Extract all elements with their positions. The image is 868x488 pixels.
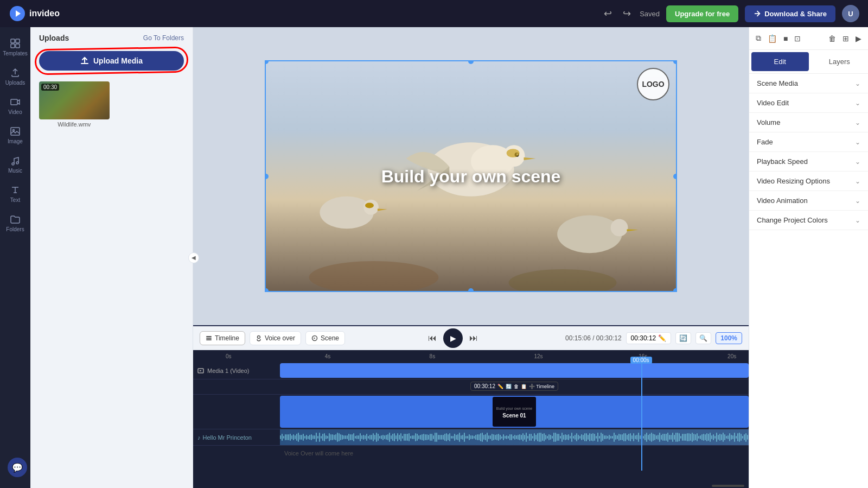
collapse-panel-button[interactable]: ◀	[188, 252, 199, 263]
waveform-bar	[625, 433, 626, 441]
layers-tab[interactable]: Layers	[811, 50, 869, 73]
waveform-bar	[589, 433, 590, 441]
waveform-bar	[648, 435, 649, 440]
volume-section[interactable]: Volume ⌄	[749, 113, 868, 132]
waveform-bar	[301, 435, 302, 440]
sidebar-label-text: Text	[10, 197, 20, 203]
waveform-bar	[581, 434, 582, 440]
time-edit-button[interactable]: 00:30:12 ✏️	[626, 332, 672, 344]
waveform-bar	[714, 436, 716, 438]
grid-icon-button[interactable]: ⊞	[840, 32, 851, 45]
chevron-icon-7: ⌄	[855, 217, 860, 224]
paste-icon-button[interactable]: 📋	[765, 32, 779, 45]
transport-controls: ⏮ ▶ ⏭	[426, 328, 480, 348]
play-button[interactable]: ▶	[443, 328, 463, 348]
video-canvas[interactable]: LOGO Build your own scene	[265, 60, 677, 292]
fade-section[interactable]: Fade ⌄	[749, 132, 868, 152]
bottom-scrollbar[interactable]	[193, 484, 749, 488]
app-logo: invideo	[9, 5, 60, 22]
scene-tab-button[interactable]: Scene	[305, 331, 345, 345]
share-icon-button[interactable]: ▶	[853, 32, 864, 45]
change-colors-section[interactable]: Change Project Colors ⌄	[749, 211, 868, 230]
handle-bottom-center[interactable]	[468, 288, 474, 292]
scene-track-content[interactable]: Build your own scene Scene 01	[280, 395, 749, 429]
waveform-bar	[492, 434, 493, 441]
waveform-bar	[365, 435, 366, 440]
scene-media-section[interactable]: Scene Media ⌄	[749, 74, 868, 93]
waveform-bar	[342, 435, 343, 439]
waveform-bar	[430, 434, 431, 441]
waveform-bar	[428, 435, 429, 439]
waveform-bar	[675, 433, 676, 442]
voiceover-tab-button[interactable]: Voice over	[250, 331, 301, 345]
waveform-bar	[633, 433, 634, 441]
goto-folders-link[interactable]: Go To Folders	[143, 34, 184, 42]
skip-back-button[interactable]: ⏮	[426, 331, 439, 345]
handle-mid-right[interactable]	[673, 174, 677, 179]
crop-icon-button[interactable]: ⊡	[792, 32, 803, 45]
waveform-bar	[412, 435, 413, 439]
delete-icon-button[interactable]: 🗑	[826, 32, 838, 45]
copy-icon-button[interactable]: ⧉	[754, 31, 763, 45]
tooltip-time: 00:30:12	[474, 383, 495, 389]
user-avatar[interactable]: U	[842, 5, 859, 22]
chat-button[interactable]: 💬	[8, 458, 27, 477]
waveform-bar	[601, 433, 602, 442]
edit-tab[interactable]: Edit	[751, 52, 809, 71]
video-edit-section[interactable]: Video Edit ⌄	[749, 93, 868, 113]
skip-forward-button[interactable]: ⏭	[467, 331, 480, 345]
download-share-button[interactable]: Download & Share	[745, 5, 835, 22]
square-icon-button[interactable]: ■	[781, 32, 790, 45]
waveform-bar	[376, 433, 377, 441]
waveform-bar	[539, 433, 540, 442]
audio-waveform[interactable]	[280, 429, 749, 445]
waveform-bars	[280, 432, 749, 443]
chevron-icon-2: ⌄	[855, 119, 860, 126]
playback-speed-section[interactable]: Playback Speed ⌄	[749, 152, 868, 172]
waveform-bar	[734, 433, 735, 442]
refresh-tooltip-icon[interactable]: 🔄	[506, 384, 512, 389]
waveform-bar	[299, 435, 301, 439]
edit-tooltip-icon[interactable]: ✏️	[497, 384, 503, 389]
sidebar-item-templates[interactable]: Templates	[2, 34, 29, 61]
waveform-bar	[747, 435, 748, 440]
zoom-out-button[interactable]: 🔍	[695, 332, 711, 344]
waveform-bar	[334, 435, 335, 439]
waveform-bar	[508, 436, 509, 439]
copy-tooltip-icon[interactable]: 📋	[521, 384, 527, 389]
audio-track-label: ♪ Hello Mr Princeton	[193, 434, 280, 441]
refresh-icon-button[interactable]: 🔄	[675, 332, 691, 344]
waveform-bar	[605, 435, 607, 439]
undo-button[interactable]: ↩	[602, 5, 614, 22]
waveform-bar	[283, 436, 284, 439]
waveform-bar	[413, 435, 414, 440]
scene-thumbnail: Build your own scene Scene 01	[493, 397, 536, 427]
handle-top-right[interactable]	[673, 60, 677, 64]
video-animation-section[interactable]: Video Animation ⌄	[749, 191, 868, 211]
sidebar-item-video[interactable]: Video	[2, 92, 29, 119]
video-resizing-section[interactable]: Video Resizing Options ⌄	[749, 172, 868, 191]
handle-bottom-right[interactable]	[673, 288, 677, 292]
media-track-content[interactable]	[280, 362, 749, 379]
waveform-bar	[319, 433, 320, 442]
waveform-bar	[490, 435, 491, 439]
sidebar-item-text[interactable]: Text	[2, 180, 29, 207]
waveform-bar	[387, 434, 388, 441]
timeline-tab-button[interactable]: Timeline	[200, 331, 245, 345]
trash-tooltip-icon[interactable]: 🗑	[514, 384, 519, 389]
upgrade-button[interactable]: Upgrade for free	[666, 5, 738, 22]
waveform-bar	[623, 433, 624, 441]
waveform-bar	[352, 434, 353, 441]
upload-media-button[interactable]: Upload Media	[39, 51, 184, 71]
redo-button[interactable]: ↪	[621, 5, 633, 22]
waveform-bar	[511, 434, 512, 440]
plus-timeline-icon[interactable]: ➕ Timeline	[529, 384, 554, 389]
waveform-bar	[431, 434, 432, 441]
sidebar-item-image[interactable]: Image	[2, 122, 29, 149]
waveform-bar	[596, 436, 597, 439]
thumbnail-item[interactable]: 00:30 Wildlife.wmv	[39, 81, 110, 128]
sidebar-item-music[interactable]: Music	[2, 151, 29, 178]
sidebar-item-uploads[interactable]: Uploads	[2, 63, 29, 90]
handle-bottom-left[interactable]	[265, 288, 269, 292]
sidebar-item-folders[interactable]: Folders	[2, 210, 29, 237]
